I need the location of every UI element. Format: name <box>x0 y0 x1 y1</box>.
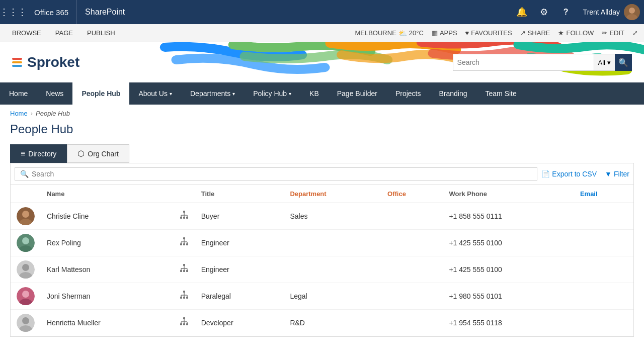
org-chart-icon[interactable] <box>179 292 189 302</box>
apps-button[interactable]: ▦ APPS <box>432 29 457 37</box>
browse-button[interactable]: BROWSE <box>6 24 47 42</box>
topbar-icons: 🔔 ⚙ ? Trent Allday <box>513 3 640 21</box>
filter-button[interactable]: ▼ Filter <box>605 170 629 178</box>
gear-icon[interactable]: ⚙ <box>535 3 553 21</box>
title-cell: Engineer <box>195 256 284 283</box>
office-cell <box>381 203 443 230</box>
title-cell: Developer <box>195 310 284 336</box>
page-button[interactable]: PAGE <box>49 24 79 42</box>
org-icon-cell[interactable] <box>173 256 195 283</box>
email-cell <box>574 203 633 230</box>
org-chart-icon[interactable] <box>179 265 189 276</box>
svg-rect-42 <box>183 291 185 293</box>
logo-line-orange <box>12 61 22 63</box>
weather-city: MELBOURNE <box>355 29 396 37</box>
chevron-down-icon: ▾ <box>232 91 235 97</box>
svg-rect-57 <box>186 323 188 325</box>
bell-icon[interactable]: 🔔 <box>513 3 531 21</box>
nav-item-page-builder[interactable]: Page Builder <box>328 82 386 105</box>
main-nav: Home News People Hub About Us ▾ Departme… <box>0 82 644 105</box>
col-org-icon <box>173 185 195 203</box>
expand-button[interactable]: ⤢ <box>632 29 638 37</box>
svg-rect-33 <box>186 270 188 272</box>
table-area: 🔍 📄 Export to CSV ▼ Filter Name <box>10 163 634 337</box>
share-button[interactable]: ↗ SHARE <box>520 29 550 37</box>
nav-item-news[interactable]: News <box>37 82 72 105</box>
publish-button[interactable]: PUBLISH <box>81 24 121 42</box>
org-icon-cell[interactable] <box>173 283 195 310</box>
nav-item-branding[interactable]: Branding <box>430 82 476 105</box>
person-avatar <box>17 234 35 252</box>
nav-item-departments[interactable]: Departments ▾ <box>181 82 244 105</box>
avatar-cell <box>11 310 41 336</box>
chevron-down-icon: ▾ <box>289 91 291 97</box>
name-cell: Henrietta Mueller <box>41 310 173 336</box>
table-row[interactable]: Christie Cline Buyer Sales +1 858 555 01… <box>11 203 633 230</box>
org-icon-cell[interactable] <box>173 203 195 230</box>
nav-item-projects[interactable]: Projects <box>386 82 430 105</box>
topbar: ⋮⋮⋮ Office 365 SharePoint 🔔 ⚙ ? Trent Al… <box>0 0 644 24</box>
table-search-box: 🔍 <box>15 167 537 180</box>
org-chart-icon[interactable] <box>179 239 189 249</box>
office365-label[interactable]: Office 365 <box>26 0 77 24</box>
email-cell <box>574 230 633 256</box>
org-icon-cell[interactable] <box>173 310 195 336</box>
email-cell <box>574 283 633 310</box>
favourites-button[interactable]: ♥ FAVOURITES <box>465 29 512 37</box>
title-cell: Engineer <box>195 230 284 256</box>
department-cell <box>284 256 381 283</box>
edit-button[interactable]: ✏ EDIT <box>602 29 624 37</box>
work-phone-cell: +1 425 555 0100 <box>443 230 574 256</box>
department-cell: R&D <box>284 310 381 336</box>
org-icon-cell[interactable] <box>173 230 195 256</box>
expand-icon: ⤢ <box>632 29 638 37</box>
user-profile[interactable]: Trent Allday <box>583 4 640 20</box>
logo-area: Sproket <box>0 42 131 82</box>
logo-lines <box>12 58 22 67</box>
svg-rect-21 <box>186 243 188 245</box>
col-office: Office <box>381 185 443 203</box>
work-phone-cell: +1 954 555 0118 <box>443 310 574 336</box>
follow-button[interactable]: ★ FOLLOW <box>558 29 594 37</box>
nav-item-people-hub[interactable]: People Hub <box>72 82 129 105</box>
table-row[interactable]: Joni Sherman Paralegal Legal +1 980 555 … <box>11 283 633 310</box>
nav-item-policy-hub[interactable]: Policy Hub ▾ <box>244 82 300 105</box>
tab-directory[interactable]: ≡ Directory <box>10 144 67 163</box>
nav-item-kb[interactable]: KB <box>300 82 328 105</box>
table-header-row: Name Title Department Office Work Phone … <box>11 185 633 203</box>
table-search-input[interactable] <box>32 170 532 178</box>
org-chart-icon[interactable] <box>179 319 189 329</box>
svg-point-16 <box>22 237 29 244</box>
search-button[interactable]: 🔍 <box>615 54 632 71</box>
table-row[interactable]: Henrietta Mueller Developer R&D +1 954 5… <box>11 310 633 336</box>
waffle-icon[interactable]: ⋮⋮⋮ <box>4 3 22 21</box>
breadcrumb-home[interactable]: Home <box>10 110 28 117</box>
tab-org-chart[interactable]: ⬡ Org Chart <box>67 144 129 163</box>
export-csv-button[interactable]: 📄 Export to CSV <box>541 170 597 178</box>
tabs: ≡ Directory ⬡ Org Chart <box>10 144 634 163</box>
col-work-phone: Work Phone <box>443 185 574 203</box>
avatar-cell <box>11 256 41 283</box>
share-icon: ↗ <box>520 29 526 37</box>
user-name: Trent Allday <box>583 8 620 16</box>
avatar <box>624 4 640 20</box>
table-toolbar: 🔍 📄 Export to CSV ▼ Filter <box>11 163 633 185</box>
weather-widget: MELBOURNE ⛅ 20°C <box>355 29 423 37</box>
table-row[interactable]: Rex Poling Engineer +1 425 555 0100 <box>11 230 633 256</box>
work-phone-cell: +1 980 555 0101 <box>443 283 574 310</box>
email-cell <box>574 256 633 283</box>
nav-item-home[interactable]: Home <box>0 82 37 105</box>
table-row[interactable]: Karl Matteson Engineer +1 425 555 0100 <box>11 256 633 283</box>
help-icon[interactable]: ? <box>557 3 575 21</box>
table-actions: 📄 Export to CSV ▼ Filter <box>541 170 629 178</box>
actionbar-right: MELBOURNE ⛅ 20°C ▦ APPS ♥ FAVOURITES ↗ S… <box>355 29 638 37</box>
work-phone-cell: +1 425 555 0100 <box>443 256 574 283</box>
org-chart-icon[interactable] <box>179 212 189 222</box>
nav-item-team-site[interactable]: Team Site <box>476 82 526 105</box>
star-icon: ★ <box>558 29 564 37</box>
header-search-input[interactable] <box>453 54 594 71</box>
office-cell <box>381 256 443 283</box>
filter-icon: ▼ <box>605 170 612 178</box>
nav-item-about-us[interactable]: About Us ▾ <box>129 82 181 105</box>
search-scope-dropdown[interactable]: All ▾ <box>594 54 615 71</box>
